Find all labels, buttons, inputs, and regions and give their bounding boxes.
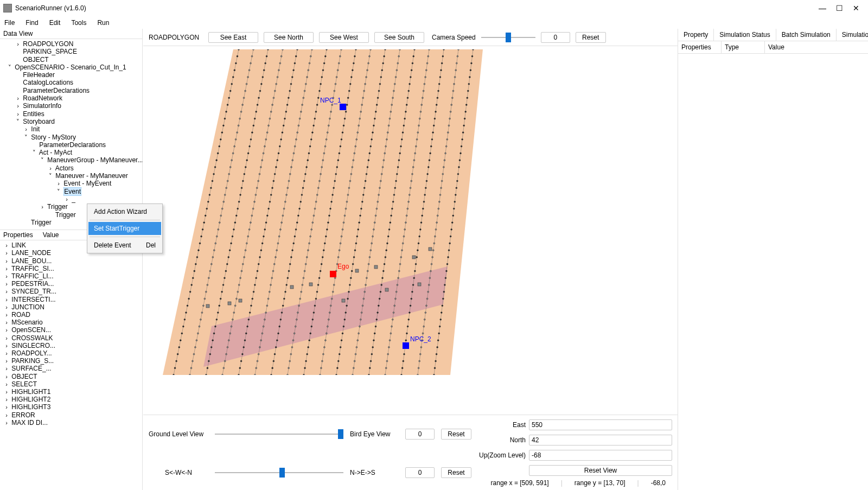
menu-tools[interactable]: Tools	[70, 18, 87, 28]
svg-point-560	[379, 187, 381, 189]
window-title: ScenarioRunner (v1.6.0)	[15, 4, 86, 12]
svg-point-573	[366, 277, 368, 279]
property-row[interactable]: › CROSSWALK	[0, 334, 142, 342]
tree-row[interactable]: ˅ Maneuver - MyManeuver	[0, 172, 142, 180]
property-row[interactable]: › SINGLECRO...	[0, 342, 142, 349]
minimize-button[interactable]: —	[819, 4, 826, 12]
reset-view-button[interactable]: Reset View	[529, 465, 672, 476]
property-row[interactable]: › TRAFFIC_LI...	[0, 272, 142, 280]
tree-row[interactable]: ParameterDeclarations	[0, 87, 142, 94]
svg-point-36	[189, 291, 191, 292]
scenario-tree[interactable]: › ROADPOLYGON PARKING_SPACE OBJECT˅ Open…	[0, 39, 142, 230]
menu-file[interactable]: File	[3, 18, 16, 28]
tree-row[interactable]: › RoadNetwork	[0, 94, 142, 102]
svg-point-110	[253, 125, 254, 126]
tree-row[interactable]: › Actors	[0, 164, 142, 172]
svg-point-645	[422, 97, 424, 99]
tree-row[interactable]: ˅ OpenSCENARIO - Scenario_Cut_In_1	[0, 63, 142, 71]
ground-view-input[interactable]: 0	[405, 429, 435, 440]
svg-point-113	[249, 145, 251, 147]
tree-row[interactable]: › SimulatorInfo	[0, 102, 142, 110]
compass-input[interactable]: 0	[405, 467, 435, 478]
tree-row[interactable]: › Entities	[0, 110, 142, 118]
svg-point-535	[339, 353, 340, 355]
camera-speed-reset-button[interactable]: Reset	[576, 32, 606, 43]
property-row[interactable]: › JUNCTION	[0, 303, 142, 311]
svg-point-290	[258, 353, 259, 355]
property-row[interactable]: › SELECT	[0, 380, 142, 388]
tab-simulation-status[interactable]: Simulation Status	[714, 29, 776, 41]
property-row[interactable]: › TRAFFIC_SI...	[0, 265, 142, 272]
svg-point-202	[290, 83, 292, 85]
compass-slider[interactable]	[215, 468, 343, 478]
svg-point-44	[178, 347, 180, 348]
tree-row[interactable]: ˅ Story - MyStory	[0, 133, 142, 141]
svg-point-506	[369, 152, 371, 154]
svg-point-498	[377, 97, 379, 99]
property-row[interactable]: › ROAD	[0, 311, 142, 319]
tree-row[interactable]: › Event - MyEvent	[0, 180, 142, 187]
north-input[interactable]: 42	[529, 435, 672, 446]
property-row[interactable]: › LANE_BOU...	[0, 257, 142, 265]
svg-point-694	[437, 97, 438, 99]
tree-row[interactable]: › Init	[0, 125, 142, 133]
ground-view-slider[interactable]	[215, 429, 343, 439]
tree-row[interactable]: ˅ Storyboard	[0, 118, 142, 125]
ctx-add-action-wizard[interactable]: Add Action Wizard	[88, 205, 161, 218]
property-row[interactable]: › PEDESTRIA...	[0, 280, 142, 288]
svg-point-48	[173, 374, 175, 375]
svg-point-684	[385, 367, 387, 369]
tab-simulation-result[interactable]: Simulation R	[837, 29, 868, 41]
tree-row[interactable]: PARKING_SPACE	[0, 48, 142, 55]
camera-speed-input[interactable]: 0	[541, 32, 570, 43]
tree-row[interactable]: ˅ Event	[0, 188, 142, 195]
property-row[interactable]: › INTERSECTI...	[0, 296, 142, 303]
tree-row[interactable]: CatalogLocations	[0, 79, 142, 86]
see-south-button[interactable]: See South	[374, 32, 424, 43]
svg-point-625	[379, 298, 380, 300]
property-row[interactable]: › SURFACE_...	[0, 365, 142, 372]
property-row[interactable]: › PARKING_S...	[0, 357, 142, 365]
tab-property[interactable]: Property	[678, 29, 714, 41]
ground-view-reset-button[interactable]: Reset	[441, 429, 471, 440]
svg-point-35	[191, 284, 193, 286]
svg-point-124	[234, 222, 236, 224]
property-row[interactable]: › SYNCED_TR...	[0, 288, 142, 295]
svg-point-543	[396, 69, 398, 71]
map-viewport[interactable]: Ego NPC_1 NPC_2	[146, 49, 674, 415]
tab-batch-simulation[interactable]: Batch Simulation	[776, 29, 837, 41]
property-row[interactable]: › OpenSCEN...	[0, 326, 142, 334]
compass-reset-button[interactable]: Reset	[441, 467, 471, 478]
maximize-button[interactable]: ☐	[836, 4, 843, 12]
east-input[interactable]: 550	[529, 419, 672, 430]
tree-row[interactable]: ˅ ManeuverGroup - MyManeuver...	[0, 156, 142, 164]
zoom-input[interactable]: -68	[529, 450, 672, 461]
property-row[interactable]: › HIGHLIGHT3	[0, 403, 142, 411]
properties-list[interactable]: › LINK› LANE_NODE› LANE_BOU...› TRAFFIC_…	[0, 240, 142, 490]
property-row[interactable]: › ROADPOLY...	[0, 349, 142, 357]
ctx-delete-event[interactable]: Delete EventDel	[88, 239, 161, 252]
menu-run[interactable]: Run	[96, 18, 110, 28]
property-row[interactable]: › MAX ID DI...	[0, 419, 142, 427]
menu-edit[interactable]: Edit	[48, 18, 62, 28]
see-north-button[interactable]: See North	[264, 32, 314, 43]
property-row[interactable]: › MScenario	[0, 319, 142, 326]
property-row[interactable]: › ERROR	[0, 411, 142, 419]
property-row[interactable]: › OBJECT	[0, 373, 142, 380]
tree-row[interactable]: ParameterDeclarations	[0, 141, 142, 149]
tree-row[interactable]: FileHeader	[0, 71, 142, 79]
tree-row[interactable]: › ROADPOLYGON	[0, 40, 142, 48]
see-west-button[interactable]: See West	[319, 32, 369, 43]
ctx-set-starttrigger[interactable]: Set StartTrigger	[88, 222, 161, 235]
see-east-button[interactable]: See East	[208, 32, 258, 43]
tree-row[interactable]: ˅ Act - MyAct	[0, 149, 142, 156]
tree-row[interactable]: OBJECT	[0, 56, 142, 63]
svg-point-122	[237, 208, 239, 209]
tree-row[interactable]: › _	[0, 195, 142, 203]
svg-point-499	[376, 104, 378, 106]
property-row[interactable]: › HIGHLIGHT2	[0, 396, 142, 403]
property-row[interactable]: › HIGHLIGHT1	[0, 388, 142, 396]
camera-speed-slider[interactable]	[481, 33, 535, 42]
close-button[interactable]: ✕	[853, 4, 859, 12]
menu-find[interactable]: Find	[24, 18, 39, 28]
